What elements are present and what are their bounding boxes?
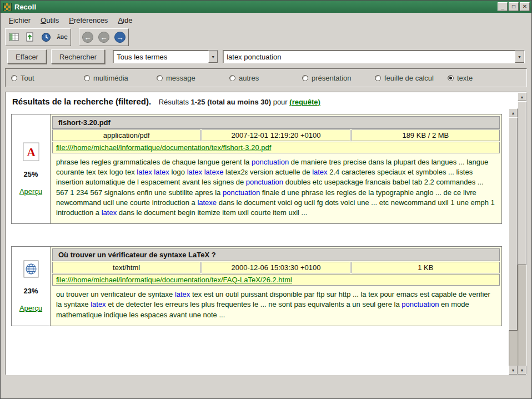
relevance-percent: 25% xyxy=(23,170,38,178)
chevron-down-icon[interactable]: ▼ xyxy=(515,51,524,63)
filter-message[interactable]: message xyxy=(157,74,229,82)
keyword-highlight: latex latexe xyxy=(187,168,224,176)
preview-link[interactable]: Aperçu xyxy=(19,304,42,312)
menu-aide[interactable]: Aide xyxy=(113,14,137,26)
inner-scrollbar[interactable]: ▲ ▼ xyxy=(509,108,518,375)
result-mime: application/pdf xyxy=(52,129,200,141)
menu-preferences[interactable]: Préférences xyxy=(64,14,113,26)
filter-row-wrap: Tout multimédia message autres présentat… xyxy=(1,66,531,91)
relevance-percent: 23% xyxy=(23,287,38,295)
results-title: Résultats de la recherche (filtered). xyxy=(12,97,151,106)
result-info-row: text/html 2000-12-06 15:03:30 +0100 1 KB xyxy=(52,262,500,273)
result-url-row: file:///home/michael/informatique/docume… xyxy=(52,142,500,153)
scroll-up-button[interactable]: ▲ xyxy=(518,92,526,101)
prev-page-button[interactable]: ← xyxy=(97,30,111,44)
scrollbar-track[interactable] xyxy=(518,101,526,366)
keyword-highlight: ponctuation xyxy=(246,178,283,186)
scroll-down-button[interactable]: ▼ xyxy=(518,366,526,375)
keyword-highlight: latex xyxy=(102,208,117,217)
result-url-row: file:///home/michael/informatique/docume… xyxy=(52,274,500,286)
search-button[interactable]: Rechercher xyxy=(51,49,105,64)
svg-text:A: A xyxy=(27,146,36,159)
result-mime: text/html xyxy=(52,262,200,273)
close-button[interactable]: ✕ xyxy=(520,2,530,11)
results-column: Résultats de la recherche (filtered). Ré… xyxy=(6,92,518,375)
term-explorer-button[interactable]: ÂBÇ xyxy=(55,30,69,44)
recoll-window: Recoll _ □ ✕ Fichier Outils Préférences … xyxy=(0,0,532,399)
result-size: 189 KB / 2 MB xyxy=(352,129,500,141)
scrollbar-thumb[interactable] xyxy=(509,117,518,331)
scrollbar-track[interactable] xyxy=(509,117,518,366)
filter-multimedia[interactable]: multimédia xyxy=(84,74,157,82)
menubar: Fichier Outils Préférences Aide xyxy=(1,13,531,27)
clear-button[interactable]: Effacer xyxy=(7,49,47,64)
filter-label: autres xyxy=(239,74,259,82)
result-info-row: application/pdf 2007-12-01 12:19:20 +010… xyxy=(52,129,500,141)
spell-icon: ÂBÇ xyxy=(57,34,68,40)
update-index-button[interactable] xyxy=(23,30,37,44)
result-title: Où trouver un vérificateur de syntaxe La… xyxy=(52,248,500,261)
menu-outils[interactable]: Outils xyxy=(36,14,64,26)
titlebar[interactable]: Recoll _ □ ✕ xyxy=(1,1,531,13)
document-update-icon xyxy=(25,32,35,42)
result-list-row: A 25% Aperçu flshort-3.20.pdf applicatio… xyxy=(6,108,518,375)
scrollbar-thumb[interactable] xyxy=(518,101,526,265)
radio-icon xyxy=(157,75,163,81)
html-icon xyxy=(23,260,39,278)
next-arrow-icon: → xyxy=(114,32,126,43)
filter-label: message xyxy=(166,74,195,82)
filter-feuille-de-calcul[interactable]: feuille de calcul xyxy=(375,74,448,82)
result-title: flshort-3.20.pdf xyxy=(52,116,500,129)
window-controls: _ □ ✕ xyxy=(498,2,530,11)
search-mode-select[interactable]: Tous les termes ▼ xyxy=(113,50,218,63)
toolbar: ÂBÇ ← ← → xyxy=(1,27,531,47)
results-stats: Résultats 1-25 (total au moins 30) pour … xyxy=(159,98,320,106)
chevron-down-icon[interactable]: ▼ xyxy=(208,51,218,63)
keyword-highlight: latex xyxy=(175,290,190,298)
radio-icon xyxy=(375,75,381,81)
radio-icon xyxy=(302,75,308,81)
back-button[interactable]: ← xyxy=(81,30,95,44)
scroll-up-button[interactable]: ▲ xyxy=(509,108,518,117)
outer-scrollbar[interactable]: ▲ ▼ xyxy=(518,92,526,375)
keyword-highlight: latex xyxy=(312,168,327,176)
scroll-down-button[interactable]: ▼ xyxy=(509,366,518,375)
filter-label: présentation xyxy=(312,74,352,82)
minimize-button[interactable]: _ xyxy=(498,2,508,11)
result-item-1[interactable]: A 25% Aperçu flshort-3.20.pdf applicatio… xyxy=(11,114,502,224)
filter-autres[interactable]: autres xyxy=(229,74,302,82)
result-content: flshort-3.20.pdf application/pdf 2007-12… xyxy=(51,114,501,223)
results-table-button[interactable] xyxy=(7,30,21,44)
result-content: Où trouver un vérificateur de syntaxe La… xyxy=(51,247,501,326)
search-query-combo[interactable]: latex ponctuation ▼ xyxy=(223,50,525,63)
result-abstract: phrase les regles grammaticales de chaqu… xyxy=(52,154,500,222)
result-url-link[interactable]: file:///home/michael/informatique/docume… xyxy=(56,143,271,152)
result-date: 2000-12-06 15:03:30 +0100 xyxy=(202,262,350,273)
filter-label: texte xyxy=(457,74,473,82)
filter-label: Tout xyxy=(21,74,34,82)
search-mode-value: Tous les termes xyxy=(113,53,208,61)
result-list: A 25% Aperçu flshort-3.20.pdf applicatio… xyxy=(6,108,505,375)
maximize-button[interactable]: □ xyxy=(509,2,519,11)
window-title: Recoll xyxy=(14,3,498,11)
radio-icon xyxy=(11,75,17,81)
search-query-input[interactable]: latex ponctuation xyxy=(223,53,515,61)
next-page-button[interactable]: → xyxy=(113,30,127,44)
result-item-2[interactable]: 23% Aperçu Où trouver un vérificateur de… xyxy=(11,246,502,326)
results-range: 1-25 (total au moins 30) xyxy=(191,98,271,106)
filter-tout[interactable]: Tout xyxy=(11,74,84,82)
pdf-icon: A xyxy=(23,142,39,161)
menu-fichier[interactable]: Fichier xyxy=(4,14,36,26)
preview-link[interactable]: Aperçu xyxy=(19,187,42,196)
result-size: 1 KB xyxy=(352,262,500,273)
radio-icon xyxy=(229,75,235,81)
results-label: Résultats xyxy=(159,98,189,106)
query-link[interactable]: (requête) xyxy=(289,98,320,106)
results-wrap: Résultats de la recherche (filtered). Ré… xyxy=(1,91,531,375)
sort-history-button[interactable] xyxy=(39,30,53,44)
results-header: Résultats de la recherche (filtered). Ré… xyxy=(6,92,518,108)
result-url-link[interactable]: file:///home/michael/informatique/docume… xyxy=(56,276,292,284)
bottom-strip xyxy=(1,375,531,398)
filter-texte[interactable]: texte xyxy=(448,74,520,82)
filter-presentation[interactable]: présentation xyxy=(302,74,375,82)
